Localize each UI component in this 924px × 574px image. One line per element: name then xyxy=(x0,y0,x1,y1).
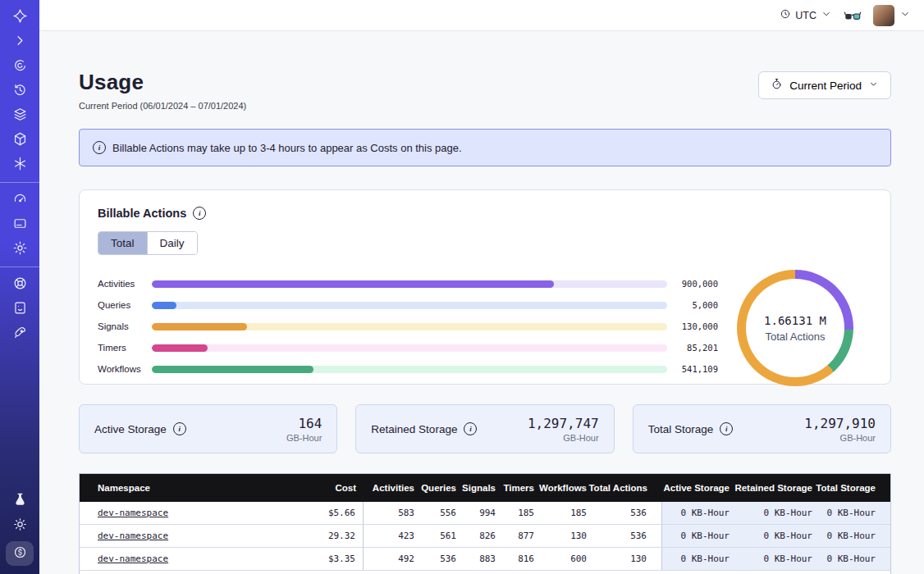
period-dropdown-button[interactable]: Current Period xyxy=(758,71,891,99)
page-subtitle: Current Period (06/01/2024 – 07/01/2024) xyxy=(79,101,246,111)
sidebar-item-docs[interactable] xyxy=(0,300,39,318)
col-header-timers: Timers xyxy=(496,483,534,493)
period-dropdown-label: Current Period xyxy=(789,80,862,92)
col-header-namespace: Namespace xyxy=(80,483,282,493)
table-row-partial xyxy=(80,571,890,574)
glasses-icon[interactable] xyxy=(844,9,862,22)
credit-card-icon xyxy=(12,216,28,235)
active-storage-card: Active Storage i 164 GB-Hour xyxy=(79,404,337,453)
total-actions-cell: 536 xyxy=(587,502,662,524)
layers-icon xyxy=(12,107,28,125)
bar-track xyxy=(152,323,667,330)
total-actions-cell: 130 xyxy=(587,548,662,570)
cost-cell: $5.66 xyxy=(282,502,364,524)
chevron-right-icon xyxy=(12,33,28,52)
col-header-retained-storage: Retained Storage xyxy=(730,483,812,493)
billable-actions-title: Billable Actions xyxy=(98,207,186,220)
gauge-icon xyxy=(12,191,28,210)
storage-card-label: Retained Storage xyxy=(371,423,457,435)
storage-card-unit: GB-Hour xyxy=(528,433,599,443)
col-header-queries: Queries xyxy=(414,483,456,493)
info-icon[interactable]: i xyxy=(720,422,733,435)
sidebar-item-expand[interactable] xyxy=(0,33,39,51)
sidebar-item-settings[interactable] xyxy=(0,240,39,258)
flask-icon xyxy=(12,492,28,511)
temporal-logo-icon xyxy=(12,8,28,27)
sidebar-divider xyxy=(0,266,39,267)
sidebar-item-deployments[interactable] xyxy=(0,107,39,125)
asterisk-icon xyxy=(12,156,28,175)
cube-icon xyxy=(12,131,28,150)
tab-total[interactable]: Total xyxy=(98,232,147,254)
main-content: Usage Current Period (06/01/2024 – 07/01… xyxy=(39,30,924,574)
timers-cell: 185 xyxy=(496,508,534,518)
sidebar-item-usage-active[interactable] xyxy=(6,541,34,566)
col-header-workflows: Workflows xyxy=(534,483,587,493)
total-storage-cell: 0 KB-Hour xyxy=(812,502,890,524)
user-menu[interactable] xyxy=(873,5,911,26)
timezone-selector[interactable]: UTC xyxy=(780,8,832,22)
timers-cell: 877 xyxy=(496,531,534,541)
bar-label: Activities xyxy=(98,279,152,289)
clock-history-icon xyxy=(12,82,28,101)
bar-label: Workflows xyxy=(98,364,152,374)
retained-storage-cell: 0 KB-Hour xyxy=(730,525,812,547)
retained-storage-cell: 0 KB-Hour xyxy=(730,502,812,524)
spiral-icon xyxy=(12,57,28,76)
sidebar-item-namespaces[interactable] xyxy=(0,57,39,75)
bar-value: 900,000 xyxy=(667,279,718,289)
retained-storage-card: Retained Storage i 1,297,747 GB-Hour xyxy=(355,404,614,453)
namespace-usage-table: Namespace Cost Activities Queries Signal… xyxy=(79,473,891,574)
sidebar-item-theme[interactable] xyxy=(0,517,39,535)
chevron-down-icon xyxy=(868,79,879,92)
table-row: dev-namespace $5.66 583 556 994 185 185 … xyxy=(80,502,890,525)
sidebar-item-nexus[interactable] xyxy=(0,156,39,174)
bar-value: 5,000 xyxy=(667,300,718,310)
sidebar-item-metrics[interactable] xyxy=(0,191,39,209)
total-actions-donut-chart: 1.66131 M Total Actions xyxy=(737,270,853,386)
bar-row-signals: Signals 130,000 xyxy=(98,316,718,337)
info-banner: i Billable Actions may take up to 3-4 ho… xyxy=(79,129,891,166)
cost-cell: $3.35 xyxy=(282,548,364,570)
clock-icon xyxy=(780,8,791,22)
bar-row-activities: Activities 900,000 xyxy=(98,273,718,294)
sidebar-item-schedules[interactable] xyxy=(0,82,39,100)
info-icon[interactable]: i xyxy=(173,422,186,435)
cost-cell: 29.32 xyxy=(282,525,364,547)
col-header-cost: Cost xyxy=(282,483,364,493)
avatar xyxy=(873,5,894,26)
sidebar-item-home[interactable] xyxy=(0,8,39,26)
bar-fill xyxy=(152,344,208,352)
col-header-signals: Signals xyxy=(456,483,496,493)
bar-track xyxy=(152,280,667,288)
table-row: dev-namespace $3.35 492 536 883 816 600 … xyxy=(80,548,890,571)
donut-center-label: Total Actions xyxy=(766,330,826,343)
queries-cell: 561 xyxy=(414,531,456,541)
signals-cell: 826 xyxy=(456,531,496,541)
info-icon[interactable]: i xyxy=(193,207,206,220)
storage-card-label: Active Storage xyxy=(94,423,167,435)
signals-cell: 883 xyxy=(456,554,496,564)
namespace-link[interactable]: dev-namespace xyxy=(98,508,168,518)
total-storage-card: Total Storage i 1,297,910 GB-Hour xyxy=(633,404,891,453)
sidebar-item-workflows[interactable] xyxy=(0,131,39,149)
tab-daily[interactable]: Daily xyxy=(147,232,197,254)
workflows-cell: 600 xyxy=(534,554,587,564)
bar-track xyxy=(152,302,667,309)
info-banner-text: Billable Actions may take up to 3-4 hour… xyxy=(112,142,462,154)
namespace-link[interactable]: dev-namespace xyxy=(98,554,168,564)
bar-value: 130,000 xyxy=(667,321,718,331)
signals-cell: 994 xyxy=(456,508,496,518)
sidebar-item-support[interactable] xyxy=(0,276,39,294)
bar-value: 85,201 xyxy=(667,343,718,353)
sidebar-item-billing[interactable] xyxy=(0,216,39,234)
col-header-activities: Activities xyxy=(364,483,414,493)
bar-track xyxy=(152,366,667,373)
workflows-cell: 185 xyxy=(534,508,587,518)
sidebar-item-getting-started[interactable] xyxy=(0,325,39,343)
namespace-link[interactable]: dev-namespace xyxy=(98,531,168,541)
info-icon[interactable]: i xyxy=(464,422,477,435)
table-row: dev-namespace 29.32 423 561 826 877 130 … xyxy=(80,525,890,548)
sidebar-item-labs[interactable] xyxy=(0,492,39,510)
bar-row-timers: Timers 85,201 xyxy=(98,337,718,358)
